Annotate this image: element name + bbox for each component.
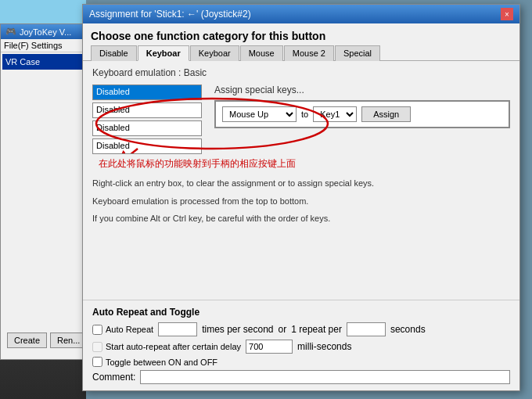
tab-mouse2[interactable]: Mouse 2: [284, 45, 334, 61]
bottom-section: Auto Repeat and Toggle Auto Repeat times…: [83, 300, 519, 390]
joytkey-sidebar-label: VR Case: [5, 57, 40, 66]
entry-item-4[interactable]: Disabled: [92, 138, 202, 154]
assign-row: Mouse Up Mouse Down Mouse Left Mouse Rig…: [214, 100, 510, 128]
joytkey-buttons: Create Ren...: [4, 329, 90, 351]
comment-row: Comment:: [92, 370, 510, 384]
auto-delay-checkbox[interactable]: [92, 342, 102, 352]
info-line-1: Right-click an entry box, to clear the a…: [92, 177, 510, 190]
entry-item-3[interactable]: Disabled: [92, 120, 202, 136]
dialog-title: Assignment for 'Stick1: ←' (Joystick#2): [89, 9, 251, 20]
assignment-dialog: Assignment for 'Stick1: ←' (Joystick#2) …: [82, 4, 520, 391]
tab-bar: Disable Keyboar Keyboar Mouse Mouse 2 Sp…: [83, 45, 519, 61]
repeat-input[interactable]: [347, 322, 386, 336]
close-button[interactable]: ×: [501, 8, 513, 20]
dialog-content: Keyboard emulation : Basic Disabled Disa…: [83, 61, 519, 236]
info-line-2: Keyboard emulation is processed from the…: [92, 195, 510, 208]
right-panel: Assign special keys... Mouse Up Mouse Do…: [214, 84, 510, 154]
toggle-label[interactable]: Toggle between ON and OFF: [92, 357, 217, 367]
assign-from-select[interactable]: Mouse Up Mouse Down Mouse Left Mouse Rig…: [222, 106, 297, 122]
dialog-header: Choose one function category for this bu…: [83, 23, 519, 45]
delay-input[interactable]: [246, 340, 293, 354]
joytkey-title: JoyToKey V...: [20, 27, 71, 37]
times-input[interactable]: [158, 322, 197, 336]
auto-repeat-row: Auto Repeat times per second or 1 repeat…: [92, 322, 510, 336]
milli-seconds-label: milli-seconds: [297, 341, 351, 352]
auto-delay-row: Start auto-repeat after certain delay mi…: [92, 340, 510, 354]
to-label: to: [301, 110, 308, 119]
panel-row: Disabled Disabled Disabled Disabled Assi…: [92, 84, 510, 154]
create-button[interactable]: Create: [7, 332, 47, 348]
seconds-label: seconds: [390, 324, 426, 335]
bottom-title: Auto Repeat and Toggle: [92, 307, 510, 318]
annotation-container: 在此处将鼠标的功能映射到手柄的相应按键上面: [99, 157, 510, 171]
tab-mouse[interactable]: Mouse: [240, 45, 283, 61]
dialog-titlebar: Assignment for 'Stick1: ←' (Joystick#2) …: [83, 5, 519, 23]
auto-delay-label[interactable]: Start auto-repeat after certain delay: [92, 342, 241, 352]
comment-input[interactable]: [140, 370, 510, 384]
times-per-second-label: times per second: [202, 324, 273, 335]
info-lines: Right-click an entry box, to clear the a…: [92, 177, 510, 225]
tab-keyboard2[interactable]: Keyboar: [190, 45, 239, 61]
tab-special[interactable]: Special: [335, 45, 380, 61]
entry-item-1[interactable]: Disabled: [92, 84, 202, 100]
auto-repeat-label[interactable]: Auto Repeat: [92, 325, 153, 335]
annotation-text: 在此处将鼠标的功能映射到手柄的相应按键上面: [99, 158, 296, 169]
tab-disable[interactable]: Disable: [91, 45, 137, 61]
repeat-per-label: 1 repeat per: [291, 324, 342, 335]
tab-keyboard1[interactable]: Keyboar: [138, 45, 189, 61]
assign-label: Assign special keys...: [214, 84, 510, 95]
comment-label: Comment:: [92, 372, 135, 383]
assign-key-select[interactable]: Key1 Key2 Key3: [313, 106, 357, 122]
assign-button[interactable]: Assign: [361, 106, 411, 122]
toggle-checkbox[interactable]: [92, 357, 102, 367]
joytkey-menu: File(F) Settings: [4, 41, 63, 50]
auto-repeat-checkbox[interactable]: [92, 325, 102, 335]
section-title: Keyboard emulation : Basic: [92, 67, 510, 78]
entry-item-2[interactable]: Disabled: [92, 102, 202, 118]
toggle-row: Toggle between ON and OFF: [92, 357, 510, 367]
entry-list: Disabled Disabled Disabled Disabled: [92, 84, 202, 154]
info-line-3: If you combine Alt or Ctrl key, be caref…: [92, 212, 510, 225]
or-label: or: [279, 324, 287, 335]
joytkey-icon: 🎮: [5, 27, 16, 37]
